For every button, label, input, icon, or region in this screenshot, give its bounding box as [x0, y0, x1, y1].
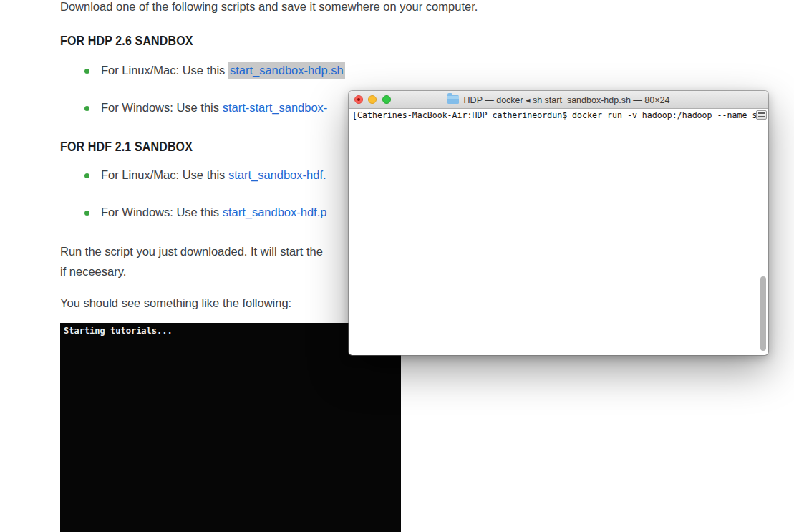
- terminal-titlebar[interactable]: HDP — docker ◂ sh start_sandbox-hdp.sh —…: [349, 91, 768, 109]
- window-title: HDP — docker ◂ sh start_sandbox-hdp.sh —…: [447, 95, 670, 105]
- link-start-sandbox-hdf[interactable]: start_sandbox-hdf.: [228, 168, 326, 181]
- bullet-item: For Linux/Mac: Use this start_sandbox-hd…: [101, 64, 345, 77]
- section-heading-hdf: FOR HDF 2.1 SANDBOX: [60, 139, 193, 155]
- link-start-sandbox-hdp-sh[interactable]: start_sandbox-hdp.sh: [228, 62, 345, 79]
- scrollbar-thumb[interactable]: [760, 276, 766, 351]
- bullet-icon: [84, 106, 89, 111]
- terminal-line: [Catherines-MacBook-Air:HDP catherineord…: [352, 110, 768, 355]
- minimize-button[interactable]: [368, 95, 377, 104]
- close-button[interactable]: [354, 95, 363, 104]
- intro-text: Download one of the following scripts an…: [60, 0, 478, 14]
- terminal-window: HDP — docker ◂ sh start_sandbox-hdp.sh —…: [349, 91, 768, 355]
- link-start-sandbox-hdf-windows[interactable]: start_sandbox-hdf.p: [223, 205, 327, 218]
- terminal-line: Starting tutorials...: [64, 325, 401, 532]
- bullet-icon: [84, 211, 89, 216]
- zoom-button[interactable]: [382, 95, 391, 104]
- bullet-item: For Windows: Use this start-start_sandbo…: [101, 101, 327, 115]
- paragraph-line: Run the script you just downloaded. It w…: [60, 244, 323, 258]
- bullet-label: For Linux/Mac: Use this: [101, 168, 228, 181]
- terminal-output[interactable]: [Catherines-MacBook-Air:HDP catherineord…: [349, 109, 768, 355]
- bullet-label: For Windows: Use this: [101, 205, 223, 218]
- bullet-icon: [84, 173, 89, 178]
- bullet-icon: [84, 69, 89, 74]
- window-title-text: HDP — docker ◂ sh start_sandbox-hdp.sh —…: [464, 95, 670, 105]
- paragraph: You should see something like the follow…: [60, 296, 291, 310]
- bullet-label: For Windows: Use this: [101, 101, 223, 114]
- bullet-label: For Linux/Mac: Use this: [101, 64, 228, 77]
- bullet-item: For Windows: Use this start_sandbox-hdf.…: [101, 205, 326, 219]
- paragraph-line: if neceesary.: [60, 264, 126, 279]
- section-heading-hdp: FOR HDP 2.6 SANDBOX: [60, 33, 193, 49]
- bullet-item: For Linux/Mac: Use this start_sandbox-hd…: [101, 168, 326, 182]
- tutorial-page: Download one of the following scripts an…: [0, 0, 794, 532]
- folder-icon: [447, 95, 459, 104]
- split-pane-button[interactable]: [756, 110, 767, 120]
- link-start-sandbox-windows[interactable]: start-start_sandbox-: [223, 101, 328, 114]
